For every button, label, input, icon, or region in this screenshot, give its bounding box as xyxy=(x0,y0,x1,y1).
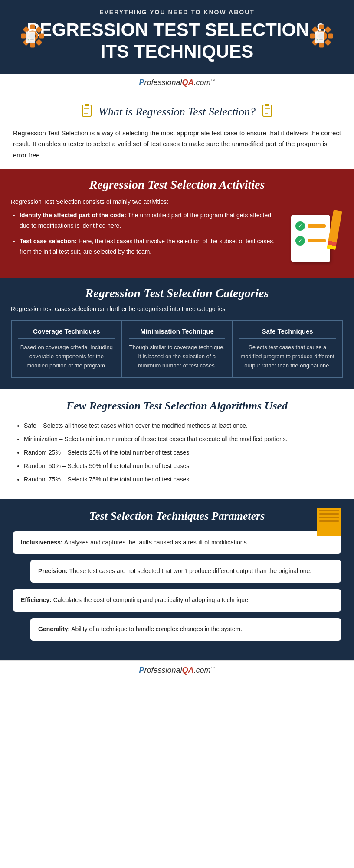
note-line-3 xyxy=(319,517,339,518)
svg-rect-35 xyxy=(263,105,272,116)
svg-rect-17 xyxy=(319,24,324,29)
svg-text:✓: ✓ xyxy=(27,34,30,38)
header-icon-right: ✓ ✓ xyxy=(306,21,337,53)
category-minimisation: Minimisation Technique Though similar to… xyxy=(122,321,233,377)
svg-text:✓: ✓ xyxy=(316,34,319,38)
svg-rect-21 xyxy=(319,43,324,47)
activities-content: Identify the affected part of the code: … xyxy=(11,210,343,267)
param-generality-label: Generality: xyxy=(38,626,70,632)
activities-illustration: ✓ ✓ xyxy=(287,210,343,267)
svg-rect-2 xyxy=(30,24,35,29)
note-line-1 xyxy=(319,510,339,511)
note-line-2 xyxy=(319,513,339,515)
param-inclusiveness: Inclusiveness: Analyses and captures the… xyxy=(13,531,341,554)
what-is-title: What is Regression Test Selection? xyxy=(13,103,341,121)
check-line-1 xyxy=(308,224,326,228)
param-generality: Generality: Ability of a technique to ha… xyxy=(30,618,341,641)
header-title: REGRESSION TEST SELECTION & ITS TECHNIQU… xyxy=(17,19,337,63)
techniques-section: Test Selection Techniques Parameters Inc… xyxy=(0,499,354,660)
check-1: ✓ xyxy=(295,221,305,231)
activity-label-2: Test case selection: xyxy=(20,238,77,245)
clipboard-icon-left xyxy=(80,103,93,121)
check-2: ✓ xyxy=(295,236,305,246)
param-efficiency-label: Efficiency: xyxy=(21,596,52,603)
param-efficiency-text: Calculates the cost of computing and pra… xyxy=(53,596,250,603)
categories-title: Regression Test Selection Categories xyxy=(11,286,343,300)
categories-intro: Regression test cases selection can furt… xyxy=(11,305,343,312)
brand-bar-bottom: ProfessionalQA.com™ xyxy=(0,660,354,680)
algorithms-title: Few Regression Test Selection Algorithms… xyxy=(13,400,341,413)
checklist-paper: ✓ ✓ xyxy=(291,215,330,262)
svg-rect-30 xyxy=(82,105,91,116)
svg-rect-5 xyxy=(36,39,43,46)
what-is-title-text: What is Regression Test Selection? xyxy=(98,105,256,118)
svg-rect-8 xyxy=(21,33,26,38)
svg-rect-19 xyxy=(328,33,333,38)
category-safe: Safe Techniques Selects test cases that … xyxy=(232,321,343,377)
svg-text:✓: ✓ xyxy=(316,38,319,41)
category-coverage: Coverage Techniques Based on coverage cr… xyxy=(11,321,122,377)
category-coverage-body: Based on coverage criteria, including co… xyxy=(18,343,115,370)
activities-list: Identify the affected part of the code: … xyxy=(11,210,278,262)
header-icon-left: ✓ ✓ xyxy=(17,21,48,53)
activities-section: Regression Test Selection Activities Reg… xyxy=(0,169,354,278)
header-subtitle: EVERYTHING YOU NEED TO KNOW ABOUT xyxy=(17,9,337,16)
svg-rect-20 xyxy=(324,39,331,46)
param-inclusiveness-text: Analyses and captures the faults caused … xyxy=(64,539,249,546)
categories-grid: Coverage Techniques Based on coverage cr… xyxy=(11,320,343,377)
category-safe-body: Selects test cases that cause a modified… xyxy=(239,343,336,370)
svg-rect-18 xyxy=(324,26,331,33)
svg-text:✓: ✓ xyxy=(27,38,30,41)
note-line-4 xyxy=(319,520,339,522)
category-minimisation-header: Minimisation Technique xyxy=(129,328,226,339)
param-generality-text: Ability of a technique to handle complex… xyxy=(71,626,242,632)
param-efficiency: Efficiency: Calculates the cost of compu… xyxy=(13,589,341,612)
clipboard-icon-right xyxy=(261,103,274,121)
check-line-2 xyxy=(308,239,326,242)
activity-label-1: Identify the affected part of the code: xyxy=(20,212,126,219)
categories-section: Regression Test Selection Categories Reg… xyxy=(0,278,354,388)
category-minimisation-body: Though similar to coverage technique, it… xyxy=(129,343,226,370)
what-is-body: Regression Test Selection is a way of se… xyxy=(13,128,341,161)
svg-rect-23 xyxy=(310,33,315,38)
algorithm-item-1: Safe – Selects all those test cases whic… xyxy=(24,420,341,431)
algorithm-item-4: Random 50% – Selects 50% of the total nu… xyxy=(24,461,341,472)
param-inclusiveness-label: Inclusiveness: xyxy=(21,539,63,546)
activities-intro: Regression Test Selection consists of ma… xyxy=(11,198,343,205)
svg-rect-36 xyxy=(265,104,269,106)
svg-rect-6 xyxy=(30,43,35,47)
note-icon xyxy=(317,508,341,536)
algorithms-section: Few Regression Test Selection Algorithms… xyxy=(0,389,354,499)
algorithm-item-5: Random 75% – Selects 75% of the total nu… xyxy=(24,474,341,485)
algorithms-list: Safe – Selects all those test cases whic… xyxy=(13,420,341,485)
param-precision-text: Those test cases are not selected that w… xyxy=(69,567,311,574)
techniques-title: Test Selection Techniques Parameters xyxy=(13,510,341,523)
header-section: ✓ ✓ EVERYTHING YOU NEED TO KNOW ABOUT RE… xyxy=(0,0,354,74)
svg-rect-31 xyxy=(85,104,89,106)
activity-item-2: Test case selection: Here, the test case… xyxy=(20,236,278,257)
svg-rect-3 xyxy=(36,26,43,33)
svg-rect-4 xyxy=(39,33,44,38)
algorithm-item-3: Random 25% – Selects 25% of the total nu… xyxy=(24,447,341,458)
brand-logo-bottom: ProfessionalQA.com™ xyxy=(139,666,215,675)
brand-logo-top: ProfessionalQA.com™ xyxy=(139,78,215,87)
category-safe-header: Safe Techniques xyxy=(239,328,336,339)
activity-item-1: Identify the affected part of the code: … xyxy=(20,210,278,231)
activities-title: Regression Test Selection Activities xyxy=(11,178,343,192)
param-precision-label: Precision: xyxy=(38,567,68,574)
category-coverage-header: Coverage Techniques xyxy=(18,328,115,339)
what-is-section: What is Regression Test Selection? Regre… xyxy=(0,92,354,170)
param-precision: Precision: Those test cases are not sele… xyxy=(30,560,341,583)
algorithm-item-2: Minimization – Selects minimum number of… xyxy=(24,434,341,445)
brand-bar-top: ProfessionalQA.com™ xyxy=(0,74,354,92)
